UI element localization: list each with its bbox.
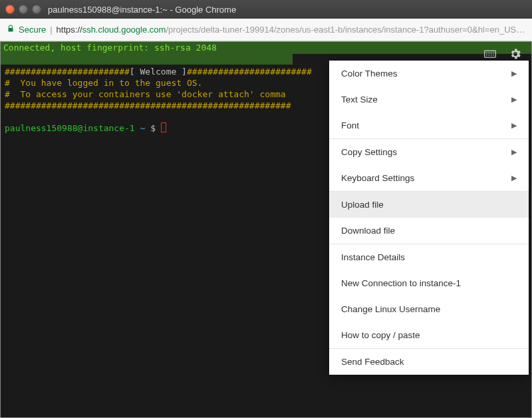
menu-change-username[interactable]: Change Linux Username <box>329 296 529 322</box>
url-host: ssh.cloud.google.com <box>82 25 166 35</box>
window-controls <box>5 5 41 14</box>
keyboard-icon[interactable] <box>483 47 497 61</box>
prompt-symbol: $ <box>150 123 161 133</box>
gear-icon[interactable] <box>509 47 522 61</box>
ssh-status: Connected, host fingerprint: ssh-rsa 204… <box>1 42 531 54</box>
menu-download-file[interactable]: Download file <box>329 218 529 244</box>
menu-how-to-copy-paste[interactable]: How to copy / paste <box>329 322 529 348</box>
ssh-status-bar <box>1 54 293 65</box>
minimize-icon[interactable] <box>19 5 28 14</box>
chevron-right-icon: ▶ <box>511 69 517 78</box>
svg-point-7 <box>491 55 492 56</box>
svg-point-8 <box>493 55 494 56</box>
menu-send-feedback[interactable]: Send Feedback <box>329 349 529 375</box>
window-title: paulness150988@instance-1:~ - Google Chr… <box>48 5 236 15</box>
svg-point-4 <box>493 53 494 54</box>
chevron-right-icon: ▶ <box>511 95 517 104</box>
terminal[interactable]: Connected, host fingerprint: ssh-rsa 204… <box>0 41 532 418</box>
window-titlebar: paulness150988@instance-1:~ - Google Chr… <box>0 0 532 19</box>
menu-instance-details[interactable]: Instance Details <box>329 244 529 270</box>
secure-label: Secure <box>19 25 46 35</box>
chevron-right-icon: ▶ <box>511 148 517 156</box>
chevron-right-icon: ▶ <box>511 121 517 130</box>
prompt-path: ~ <box>135 123 150 133</box>
chevron-right-icon: ▶ <box>511 174 517 182</box>
lock-icon <box>7 25 15 35</box>
url-path: /projects/delta-tuner-199914/zones/us-ea… <box>166 25 525 35</box>
menu-color-themes[interactable]: Color Themes ▶ <box>329 61 529 87</box>
svg-point-3 <box>491 53 492 54</box>
menu-text-size[interactable]: Text Size ▶ <box>329 87 529 112</box>
svg-point-2 <box>489 53 490 54</box>
menu-keyboard-settings[interactable]: Keyboard Settings ▶ <box>329 165 529 191</box>
address-bar[interactable]: Secure | https://ssh.cloud.google.com/pr… <box>0 19 532 41</box>
menu-font[interactable]: Font ▶ <box>329 112 529 138</box>
menu-upload-file[interactable]: Upload file <box>329 192 529 218</box>
menu-new-connection[interactable]: New Connection to instance-1 <box>329 270 529 296</box>
cursor <box>161 122 166 132</box>
terminal-toolbar <box>483 47 522 61</box>
close-icon[interactable] <box>5 5 15 14</box>
settings-menu: Color Themes ▶ Text Size ▶ Font ▶ Copy S… <box>329 61 529 375</box>
prompt-user: paulness150988@instance-1 <box>5 123 135 133</box>
svg-point-1 <box>486 53 487 54</box>
svg-point-5 <box>486 55 487 56</box>
url-scheme: https:// <box>57 25 82 35</box>
maximize-icon[interactable] <box>32 5 41 14</box>
menu-copy-settings[interactable]: Copy Settings ▶ <box>329 139 529 165</box>
separator: | <box>46 25 56 35</box>
svg-rect-0 <box>485 51 496 57</box>
svg-point-6 <box>489 55 490 56</box>
